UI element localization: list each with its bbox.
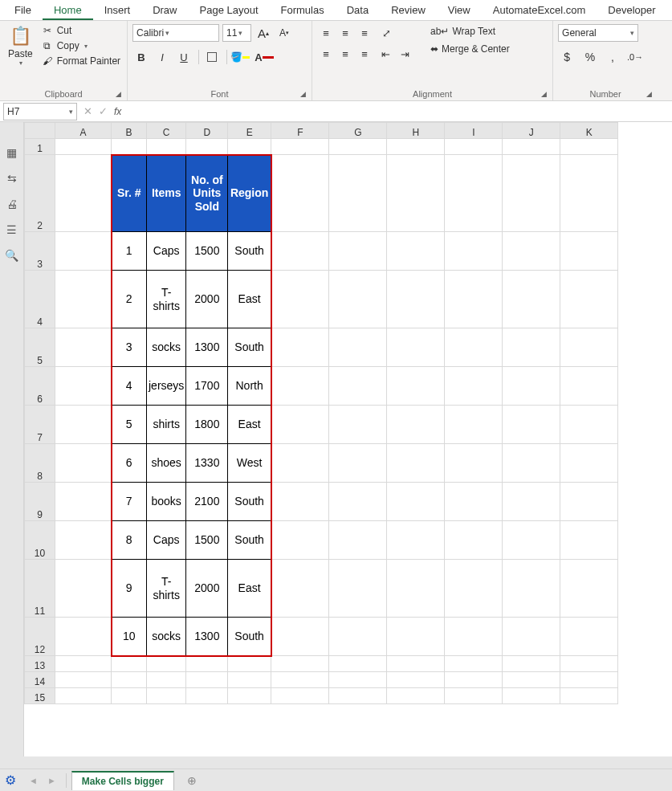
- cell[interactable]: [560, 139, 618, 155]
- tab-view[interactable]: View: [437, 1, 482, 20]
- cell[interactable]: [329, 328, 387, 367]
- cell[interactable]: [503, 367, 560, 406]
- cell[interactable]: [55, 560, 112, 618]
- cell[interactable]: [271, 328, 329, 367]
- cell[interactable]: [387, 155, 445, 232]
- cell[interactable]: [387, 656, 445, 672]
- cell[interactable]: South: [228, 328, 271, 367]
- merge-center-button[interactable]: ⬌ Merge & Center: [427, 42, 518, 56]
- cell[interactable]: [560, 618, 618, 656]
- row-header[interactable]: 11: [25, 560, 55, 618]
- name-box[interactable]: H7 ▾: [3, 103, 77, 120]
- cell[interactable]: West: [228, 444, 271, 483]
- cell[interactable]: [55, 406, 112, 444]
- cell[interactable]: [503, 139, 560, 155]
- cell[interactable]: [147, 688, 186, 704]
- font-color-button[interactable]: A: [255, 48, 275, 66]
- row-header[interactable]: 7: [25, 406, 55, 444]
- tab-insert[interactable]: Insert: [93, 1, 142, 20]
- rail-icon-3[interactable]: 🖨: [6, 198, 18, 210]
- tab-automateexcel[interactable]: AutomateExcel.com: [482, 1, 597, 20]
- cell[interactable]: [560, 232, 618, 271]
- cell[interactable]: [560, 444, 618, 483]
- cell[interactable]: [445, 232, 503, 271]
- cell[interactable]: [503, 271, 560, 328]
- increase-font-button[interactable]: A▴: [255, 24, 272, 42]
- row-header[interactable]: 13: [25, 656, 55, 672]
- tab-draw[interactable]: Draw: [141, 1, 188, 20]
- cell[interactable]: [147, 139, 186, 155]
- cell[interactable]: 1330: [186, 444, 228, 483]
- cell[interactable]: South: [228, 618, 271, 656]
- col-header[interactable]: I: [445, 123, 503, 139]
- cell[interactable]: [387, 271, 445, 328]
- cell[interactable]: East: [228, 271, 271, 328]
- cell[interactable]: [329, 483, 387, 521]
- cut-button[interactable]: ✂ Cut: [39, 24, 122, 37]
- sheet-nav-next-icon[interactable]: ►: [47, 776, 56, 785]
- cell[interactable]: 2: [112, 271, 147, 328]
- align-middle-button[interactable]: ≡: [336, 24, 354, 42]
- cell[interactable]: 2100: [186, 483, 228, 521]
- cell[interactable]: [329, 560, 387, 618]
- cell[interactable]: [445, 483, 503, 521]
- cell[interactable]: [445, 406, 503, 444]
- cell[interactable]: 2000: [186, 560, 228, 618]
- cell[interactable]: [329, 139, 387, 155]
- col-header[interactable]: D: [186, 123, 228, 139]
- cell[interactable]: [147, 672, 186, 688]
- cell[interactable]: jerseys: [147, 367, 186, 406]
- add-sheet-button[interactable]: ⊕: [187, 774, 197, 787]
- cell[interactable]: [387, 483, 445, 521]
- cell[interactable]: [560, 521, 618, 560]
- col-header[interactable]: K: [560, 123, 618, 139]
- cell[interactable]: Items: [147, 155, 186, 232]
- cell[interactable]: socks: [147, 328, 186, 367]
- cell[interactable]: [445, 656, 503, 672]
- cell[interactable]: 1300: [186, 618, 228, 656]
- cell[interactable]: [112, 656, 147, 672]
- cell[interactable]: [445, 560, 503, 618]
- cell[interactable]: [112, 139, 147, 155]
- cell[interactable]: 1500: [186, 521, 228, 560]
- cell[interactable]: [445, 328, 503, 367]
- cell[interactable]: [445, 688, 503, 704]
- cell[interactable]: Caps: [147, 232, 186, 271]
- cell[interactable]: [445, 444, 503, 483]
- cell[interactable]: 1: [112, 232, 147, 271]
- dialog-launcher-icon[interactable]: ◢: [539, 89, 549, 99]
- cell[interactable]: [445, 521, 503, 560]
- cell[interactable]: [228, 656, 271, 672]
- cell[interactable]: [329, 444, 387, 483]
- cancel-formula-icon[interactable]: ✕: [83, 105, 92, 117]
- cell[interactable]: 7: [112, 483, 147, 521]
- col-header[interactable]: G: [329, 123, 387, 139]
- cell[interactable]: [55, 271, 112, 328]
- cell[interactable]: [186, 656, 228, 672]
- cell[interactable]: [271, 139, 329, 155]
- cell[interactable]: [560, 367, 618, 406]
- cell[interactable]: [503, 483, 560, 521]
- tab-data[interactable]: Data: [336, 1, 380, 20]
- cell[interactable]: [560, 328, 618, 367]
- cell[interactable]: 5: [112, 406, 147, 444]
- cell[interactable]: shirts: [147, 406, 186, 444]
- rail-icon-4[interactable]: ☰: [6, 223, 17, 236]
- cell[interactable]: [503, 444, 560, 483]
- cell[interactable]: [329, 232, 387, 271]
- cell[interactable]: [329, 618, 387, 656]
- cell[interactable]: [55, 521, 112, 560]
- cell[interactable]: 1500: [186, 232, 228, 271]
- tab-page-layout[interactable]: Page Layout: [189, 1, 270, 20]
- cell[interactable]: shoes: [147, 444, 186, 483]
- orientation-button[interactable]: ⤢: [377, 24, 397, 42]
- cell[interactable]: [387, 444, 445, 483]
- cell[interactable]: East: [228, 406, 271, 444]
- col-header[interactable]: F: [271, 123, 329, 139]
- copy-button[interactable]: ⧉ Copy ▾: [39, 39, 122, 52]
- align-left-button[interactable]: ≡: [317, 45, 335, 63]
- cell[interactable]: South: [228, 483, 271, 521]
- cell[interactable]: [271, 672, 329, 688]
- cell[interactable]: [271, 444, 329, 483]
- cell[interactable]: [445, 155, 503, 232]
